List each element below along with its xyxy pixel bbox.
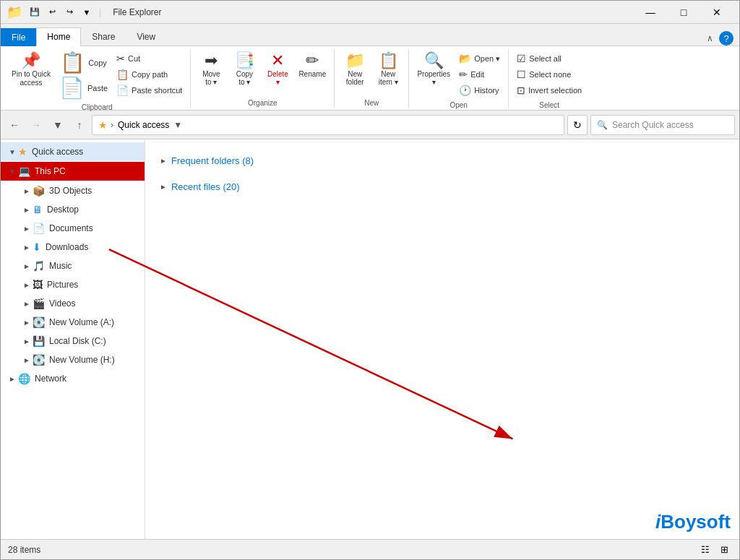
copy-path-button[interactable]: 📋Copy path [113,66,186,82]
documents-icon: 📄 [33,223,45,234]
sidebar-item-this-pc[interactable]: ▼ 💻 This PC [1,162,145,181]
edit-button[interactable]: ✏Edit [455,66,504,82]
select-all-button[interactable]: ☑Select all [513,51,585,66]
brand-text: Boysoft [661,511,731,533]
select-none-button[interactable]: ☐Select none [513,66,585,82]
sidebar-item-local-disk-c[interactable]: ► 💾 Local Disk (C:) [1,332,145,350]
this-pc-label: This PC [35,166,66,176]
forward-button[interactable]: → [27,116,46,134]
minimize-button[interactable]: — [634,1,667,24]
maximize-button[interactable]: □ [667,1,700,24]
sidebar-item-network[interactable]: ► 🌐 Network [1,369,145,388]
clipboard-actions: 📋 Copy 📄 Paste [56,51,111,100]
refresh-button[interactable]: ↻ [567,115,588,135]
title-bar: 📁 💾 ↩ ↪ ▼ | File Explorer — □ ✕ [1,1,739,24]
properties-button[interactable]: 🔍 Properties▾ [413,51,454,88]
3d-objects-label: 3D Objects [49,186,92,196]
address-path-bar[interactable]: ★ › Quick access ▼ [92,115,564,135]
ribbon-panel: 📌 Pin to Quickaccess 📋 Copy 📄 Paste ✂Cut… [1,46,739,111]
desktop-label: Desktop [47,204,79,215]
pin-icon: 📌 [21,53,40,69]
pin-to-quick-access-button[interactable]: 📌 Pin to Quickaccess [8,51,54,90]
select-actions: ☑Select all ☐Select none ⊡Invert selecti… [513,51,585,98]
sidebar-item-pictures[interactable]: ► 🖼 Pictures [1,275,145,294]
music-icon: 🎵 [33,260,45,272]
sidebar-item-documents[interactable]: ► 📄 Documents [1,219,145,238]
frequent-folders-chevron: ► [160,157,167,165]
local-disk-c-chevron: ► [21,337,33,345]
delete-button[interactable]: ✕ Delete▾ [262,51,293,88]
search-box[interactable]: 🔍 Search Quick access [590,115,735,135]
organize-group-label: Organize [195,98,330,107]
downloads-chevron: ► [21,244,33,251]
close-button[interactable]: ✕ [700,1,733,24]
open-button[interactable]: 📂Open ▾ [455,51,504,66]
history-button[interactable]: 🕐History [455,82,504,98]
new-group-label: New [339,98,404,107]
back-button[interactable]: ← [5,116,24,134]
select-all-icon: ☑ [517,53,526,64]
recent-files-header[interactable]: ► Recent files (20) [160,177,725,197]
save-qat-button[interactable]: 💾 [27,4,43,20]
new-volume-h-icon: 💽 [33,354,45,366]
new-folder-button[interactable]: 📁 Newfolder [339,51,371,88]
copy-to-icon: 📑 [235,53,254,69]
content-area: ► Frequent folders (8) ► Recent files (2… [145,139,739,540]
organize-group-content: ➡ Moveto ▾ 📑 Copyto ▾ ✕ Delete▾ ✏ Rename [195,51,330,96]
redo-qat-button[interactable]: ↪ [61,4,77,20]
invert-selection-button[interactable]: ⊡Invert selection [513,82,585,98]
clipboard-group-label: Clipboard [8,102,186,111]
rename-icon: ✏ [306,53,319,69]
sidebar-item-new-volume-h[interactable]: ► 💽 New Volume (H:) [1,350,145,369]
brand-logo: iBoysoft [655,511,731,533]
ribbon-collapse-button[interactable]: ∧ [707,33,713,43]
videos-label: Videos [49,298,75,309]
sidebar-item-3d-objects[interactable]: ► 📦 3D Objects [1,181,145,200]
delete-label: Delete▾ [267,70,288,86]
sidebar-item-downloads[interactable]: ► ⬇ Downloads [1,238,145,257]
move-to-button[interactable]: ➡ Moveto ▾ [195,51,227,88]
documents-chevron: ► [21,225,33,233]
tab-file[interactable]: File [1,28,36,46]
sidebar-item-new-volume-a[interactable]: ► 💽 New Volume (A:) [1,313,145,332]
view-controls: ☷ ⊞ [697,542,732,558]
network-label: Network [35,374,66,384]
open-group-label: Open [413,100,504,109]
select-none-icon: ☐ [517,69,526,80]
invert-selection-icon: ⊡ [517,85,525,96]
copy-to-label: Copyto ▾ [236,70,253,86]
rename-button[interactable]: ✏ Rename [295,51,330,80]
quick-access-icon: ★ [18,146,27,158]
copy-button[interactable]: 📋 Copy [56,51,111,75]
clipboard-group: 📌 Pin to Quickaccess 📋 Copy 📄 Paste ✂Cut… [4,49,191,108]
new-group: 📁 Newfolder 📋 Newitem ▾ New [335,49,409,108]
paste-button[interactable]: 📄 Paste [56,76,111,100]
folder-icon: 📁 [7,4,22,20]
open-icon: 📂 [459,53,471,64]
tab-home[interactable]: Home [36,27,81,46]
tab-share[interactable]: Share [81,27,126,46]
sidebar-item-videos[interactable]: ► 🎬 Videos [1,294,145,313]
recent-locations-button[interactable]: ▼ [48,116,67,134]
organize-group: ➡ Moveto ▾ 📑 Copyto ▾ ✕ Delete▾ ✏ Rename… [191,49,335,108]
new-item-button[interactable]: 📋 Newitem ▾ [372,51,404,88]
up-button[interactable]: ↑ [70,116,89,134]
paste-shortcut-button[interactable]: 📄Paste shortcut [113,82,186,98]
open-group-content: 🔍 Properties▾ 📂Open ▾ ✏Edit 🕐History [413,51,504,98]
tab-view[interactable]: View [126,27,166,46]
qat-dropdown-button[interactable]: ▼ [79,4,95,20]
select-group-label: Select [513,100,585,109]
sidebar-item-desktop[interactable]: ► 🖥 Desktop [1,200,145,219]
cut-button[interactable]: ✂Cut [113,51,186,66]
sidebar-item-music[interactable]: ► 🎵 Music [1,257,145,275]
new-item-label: Newitem ▾ [379,70,398,86]
delete-icon: ✕ [271,53,284,69]
undo-qat-button[interactable]: ↩ [44,4,60,20]
copy-to-button[interactable]: 📑 Copyto ▾ [228,51,260,88]
large-icons-view-button[interactable]: ⊞ [716,542,732,558]
frequent-folders-header[interactable]: ► Frequent folders (8) [160,151,725,171]
this-pc-icon: 💻 [18,165,30,177]
help-button[interactable]: ? [719,31,733,46]
details-view-button[interactable]: ☷ [697,542,713,558]
sidebar-item-quick-access[interactable]: ▼ ★ Quick access [1,142,145,161]
